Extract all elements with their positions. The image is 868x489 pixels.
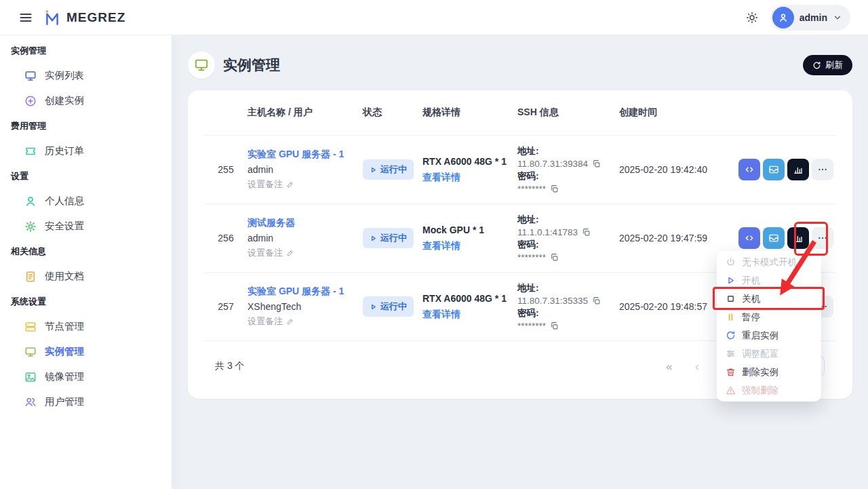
status-label: 运行中	[380, 232, 407, 244]
terminal-button[interactable]	[738, 227, 760, 249]
sidebar-item-label: 节点管理	[45, 320, 84, 333]
play-icon	[370, 235, 377, 242]
sidebar-item-label: 创建实例	[45, 94, 84, 107]
row-actions	[722, 159, 836, 180]
theme-sun-icon[interactable]	[746, 12, 758, 24]
menu-hamburger-icon[interactable]	[19, 11, 33, 24]
chevron-down-icon	[833, 13, 842, 22]
ssh-addr: 11.80.7.31:35335	[517, 296, 588, 306]
status-badge: 运行中	[363, 296, 414, 317]
sidebar-section-instance: 实例管理	[0, 38, 172, 63]
sliders-icon	[726, 349, 736, 359]
sidebar-item-image-management[interactable]: 镜像管理	[0, 364, 172, 389]
ssh-addr-label: 地址:	[517, 145, 619, 157]
host-name-link[interactable]: 实验室 GPU 服务器 - 1	[248, 149, 363, 161]
sidebar-item-docs[interactable]: 使用文档	[0, 264, 172, 289]
set-note-link[interactable]: 设置备注	[248, 315, 363, 328]
topbar: MEGREZ admin	[0, 0, 868, 35]
pause-icon	[726, 312, 736, 322]
created-time: 2025-02-20 19:47:59	[619, 233, 722, 243]
created-time: 2025-02-20 19:42:40	[619, 164, 722, 175]
view-detail-link[interactable]: 查看详情	[422, 240, 517, 252]
sidebar-item-security[interactable]: 安全设置	[0, 214, 172, 239]
server-icon	[24, 321, 37, 333]
ssh-addr: 11.1.0.1:41783	[517, 227, 578, 237]
host-name-link[interactable]: 测试服务器	[248, 217, 363, 229]
plus-circle-icon	[24, 95, 37, 107]
created-time: 2025-02-20 19:48:57	[619, 301, 722, 312]
sidebar-item-order-history[interactable]: 历史订单	[0, 138, 172, 163]
restart-icon	[726, 330, 736, 340]
sidebar-item-user-management[interactable]: 用户管理	[0, 389, 172, 414]
monitor-chart-button[interactable]	[787, 159, 809, 180]
host-name-link[interactable]: 实验室 GPU 服务器 - 1	[248, 286, 363, 298]
instance-id: 255	[204, 164, 248, 175]
set-note-link[interactable]: 设置备注	[248, 178, 363, 191]
user-icon	[24, 195, 37, 208]
status-label: 运行中	[380, 300, 407, 313]
copy-icon[interactable]	[550, 253, 559, 262]
menu-item-adjust-config[interactable]: 调整配置	[717, 345, 821, 363]
menu-item-shutdown[interactable]: 关机	[717, 290, 821, 308]
sidebar-item-label: 个人信息	[45, 195, 84, 208]
pencil-icon	[286, 249, 294, 257]
user-menu[interactable]: admin	[770, 5, 850, 31]
menu-item-restart[interactable]: 重启实例	[717, 326, 821, 345]
more-actions-button[interactable]	[812, 227, 833, 249]
pagination-first-button[interactable]: «	[666, 360, 672, 374]
brand-name: MEGREZ	[66, 10, 125, 25]
status-badge: 运行中	[363, 228, 414, 248]
copy-icon[interactable]	[582, 228, 591, 237]
monitor-chart-button[interactable]	[787, 227, 809, 249]
menu-item-label: 无卡模式开机	[742, 256, 797, 269]
sidebar-item-label: 镜像管理	[45, 370, 84, 383]
pencil-icon	[286, 180, 294, 189]
menu-item-label: 删除实例	[742, 366, 778, 378]
ssh-pwd-label: 密码:	[517, 307, 619, 319]
refresh-button[interactable]: 刷新	[803, 55, 852, 75]
set-note-label: 设置备注	[248, 247, 283, 259]
view-detail-link[interactable]: 查看详情	[422, 309, 517, 321]
copy-icon[interactable]	[550, 321, 559, 330]
more-actions-button[interactable]	[812, 159, 833, 180]
spec-text: Mock GPU * 1	[422, 224, 517, 235]
topbar-right: admin	[746, 5, 850, 31]
sidebar-section-settings: 设置	[0, 163, 172, 189]
sidebar-item-label: 安全设置	[45, 220, 84, 233]
status-label: 运行中	[380, 163, 407, 176]
col-spec: 规格详情	[422, 106, 517, 119]
pagination-prev-button[interactable]: ‹	[695, 360, 699, 374]
ssh-addr-label: 地址:	[517, 214, 619, 226]
terminal-button[interactable]	[738, 159, 760, 180]
menu-item-label: 强制删除	[742, 385, 778, 397]
user-avatar	[772, 7, 794, 28]
sidebar-item-instance-management[interactable]: 实例管理	[0, 339, 172, 364]
brand-logo[interactable]: MEGREZ	[43, 9, 125, 26]
spec-text: RTX A6000 48G * 1	[422, 156, 517, 167]
menu-item-force-delete[interactable]: 强制删除	[717, 381, 821, 399]
sidebar-item-node-management[interactable]: 节点管理	[0, 314, 172, 339]
mail-button[interactable]	[763, 159, 785, 180]
gear-icon	[24, 220, 37, 233]
menu-item-boot-no-gpu[interactable]: 无卡模式开机	[717, 253, 821, 271]
sidebar-item-profile[interactable]: 个人信息	[0, 189, 172, 214]
set-note-label: 设置备注	[248, 315, 283, 328]
menu-item-power-on[interactable]: 开机	[717, 271, 821, 290]
menu-item-delete[interactable]: 删除实例	[717, 363, 821, 381]
ssh-password-mask: ********	[517, 184, 546, 194]
copy-icon[interactable]	[592, 159, 601, 168]
copy-icon[interactable]	[592, 296, 601, 305]
sidebar-item-create-instance[interactable]: 创建实例	[0, 88, 172, 113]
set-note-link[interactable]: 设置备注	[248, 247, 363, 259]
instance-id: 257	[204, 301, 248, 312]
page-monitor-icon	[188, 52, 215, 79]
menu-item-pause[interactable]: 暂停	[717, 308, 821, 326]
sidebar-item-label: 实例列表	[45, 69, 84, 82]
ssh-addr: 11.80.7.31:39384	[517, 159, 588, 169]
copy-icon[interactable]	[550, 184, 559, 193]
sidebar-item-instance-list[interactable]: 实例列表	[0, 63, 172, 88]
mail-button[interactable]	[763, 227, 785, 249]
view-detail-link[interactable]: 查看详情	[422, 172, 517, 184]
host-user: admin	[248, 164, 363, 175]
menu-item-label: 关机	[742, 293, 760, 305]
